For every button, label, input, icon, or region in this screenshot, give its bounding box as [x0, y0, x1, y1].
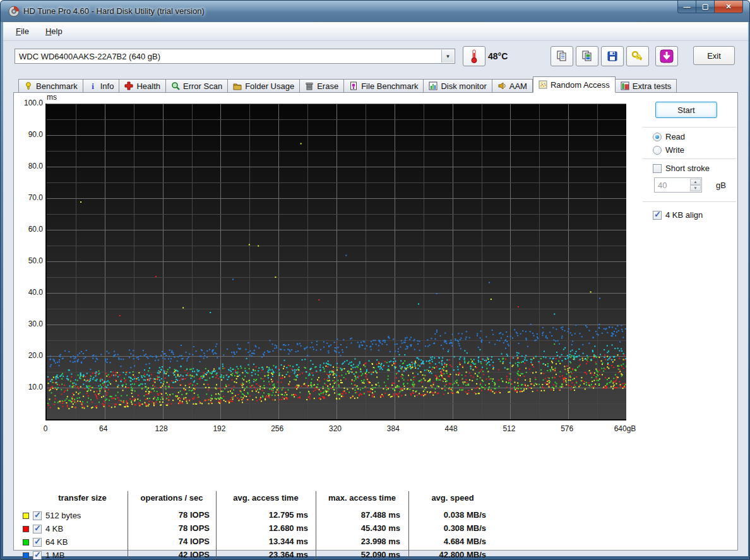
write-radio-row: Write	[653, 145, 684, 155]
tab-health[interactable]: Health	[119, 79, 166, 93]
tab-label: Folder Usage	[245, 81, 294, 91]
y-axis-tick-label: 10.0	[15, 383, 43, 391]
minimize-button[interactable]: —	[677, 1, 696, 13]
max-access-value: 52.090 ms	[324, 550, 400, 559]
update-button[interactable]	[655, 46, 678, 66]
y-axis-tick-label: 80.0	[15, 162, 43, 170]
tab-disk-monitor[interactable]: Disk monitor	[424, 79, 492, 93]
series-checkbox[interactable]	[33, 538, 42, 547]
separator	[643, 201, 736, 202]
thermometer-icon	[470, 49, 479, 63]
start-button[interactable]: Start	[655, 102, 717, 118]
table-header-2: avg. access time	[216, 493, 316, 503]
error-scan-icon	[171, 81, 180, 90]
drive-select-value: WDC WD6400AAKS-22A7B2 (640 gB)	[19, 52, 160, 61]
avg-speed-value: 42.800 MB/s	[410, 550, 486, 559]
y-axis-tick-label: 100.0	[15, 98, 43, 107]
x-axis-tick-label: 128	[143, 424, 181, 433]
short-stroke-label: Short stroke	[665, 164, 710, 173]
tab-erase[interactable]: Erase	[300, 79, 344, 93]
spin-up-button[interactable]: ▲	[690, 179, 701, 185]
series-label: 64 KB	[45, 537, 68, 547]
chevron-down-icon[interactable]: ▼	[441, 50, 454, 63]
temperature-button[interactable]	[463, 46, 485, 66]
short-stroke-checkbox[interactable]	[653, 164, 662, 173]
speaker-icon	[497, 81, 506, 90]
drive-select[interactable]: WDC WD6400AAKS-22A7B2 (640 gB) ▼	[15, 49, 455, 64]
read-label: Read	[665, 132, 685, 141]
window-controls: — ▢ ✕	[677, 1, 743, 13]
series-checkbox[interactable]	[33, 511, 42, 520]
menu-item-file[interactable]: File	[16, 27, 29, 36]
read-radio[interactable]	[653, 133, 662, 141]
file-benchmark-icon	[349, 81, 358, 90]
avg-speed-value: 4.684 MB/s	[410, 537, 486, 546]
x-axis-tick-label: 320	[316, 424, 354, 433]
read-radio-row: Read	[653, 132, 685, 141]
menu-bar: FileHelp	[3, 22, 748, 41]
options-button[interactable]	[626, 46, 649, 66]
operations-value: 42 IOPS	[134, 550, 210, 559]
series-color-swatch	[23, 539, 29, 545]
tab-label: File Benchmark	[361, 81, 418, 91]
table-row: 512 bytes	[23, 511, 81, 520]
client-area: WDC WD6400AAKS-22A7B2 (640 gB) ▼ 48°C	[3, 41, 748, 556]
series-checkbox[interactable]	[33, 525, 42, 533]
close-button[interactable]: ✕	[714, 1, 743, 13]
x-axis-tick-label: 576	[548, 424, 586, 433]
write-radio[interactable]	[653, 146, 662, 155]
write-label: Write	[665, 145, 684, 155]
table-header-1: operations / sec	[128, 493, 216, 503]
tab-random-access[interactable]: Random Access	[533, 76, 616, 93]
hd-tune-window: HD Tune Pro 4.60 - Hard Disk Utility (tr…	[0, 0, 750, 560]
exit-button[interactable]: Exit	[693, 46, 735, 65]
column-separator	[316, 491, 316, 560]
y-axis-tick-label: 70.0	[15, 193, 43, 202]
random-access-chart	[45, 104, 626, 420]
tab-error-scan[interactable]: Error Scan	[166, 79, 228, 93]
info-icon: i	[88, 81, 97, 90]
x-axis-tick-label: 448	[432, 424, 470, 433]
tab-aam[interactable]: AAM	[492, 79, 533, 93]
copy-image-button[interactable]	[576, 46, 598, 66]
short-stroke-row: Short stroke	[653, 164, 710, 173]
column-separator	[408, 491, 409, 560]
tab-file-benchmark[interactable]: File Benchmark	[344, 79, 424, 93]
series-checkbox[interactable]	[33, 551, 42, 560]
tab-label: Random Access	[551, 80, 610, 90]
tab-extra-tests[interactable]: Extra tests	[616, 79, 677, 93]
benchmark-icon	[24, 81, 33, 90]
align-checkbox[interactable]	[653, 211, 662, 220]
x-axis-tick-label: 192	[200, 424, 238, 433]
random-access-panel: ms Start Read Write Short stroke 40 ▲	[13, 92, 738, 551]
spin-down-button[interactable]: ▼	[690, 185, 701, 191]
app-logo-icon	[8, 6, 20, 17]
series-color-swatch	[23, 552, 29, 559]
table-header-4: avg. speed	[408, 493, 497, 503]
short-stroke-size-input[interactable]: 40 ▲ ▼	[654, 177, 702, 193]
folder-icon	[233, 81, 242, 90]
avg-access-value: 12.680 ms	[232, 523, 308, 533]
operations-value: 74 IOPS	[134, 537, 210, 546]
copy-text-button[interactable]	[551, 46, 573, 66]
short-stroke-unit: gB	[716, 181, 726, 190]
keys-icon	[631, 51, 644, 62]
svg-text:i: i	[92, 81, 94, 90]
tab-info[interactable]: iInfo	[83, 79, 120, 93]
scatter-icon	[539, 80, 547, 89]
title-bar: HD Tune Pro 4.60 - Hard Disk Utility (tr…	[1, 1, 749, 22]
maximize-button[interactable]: ▢	[696, 1, 714, 13]
save-button[interactable]	[601, 46, 624, 66]
menu-item-help[interactable]: Help	[45, 27, 62, 36]
tab-label: Health	[136, 81, 160, 91]
window-title: HD Tune Pro 4.60 - Hard Disk Utility (tr…	[23, 6, 205, 16]
separator	[643, 158, 736, 159]
y-axis-tick-label: 30.0	[15, 319, 43, 328]
copy-icon	[556, 51, 568, 62]
tab-folder-usage[interactable]: Folder Usage	[228, 79, 300, 93]
tab-label: Disk monitor	[441, 81, 486, 91]
spinner-buttons: ▲ ▼	[690, 179, 701, 191]
tab-benchmark[interactable]: Benchmark	[18, 79, 83, 93]
x-axis-tick-label: 512	[490, 424, 528, 433]
table-row: 1 MB	[23, 551, 64, 560]
